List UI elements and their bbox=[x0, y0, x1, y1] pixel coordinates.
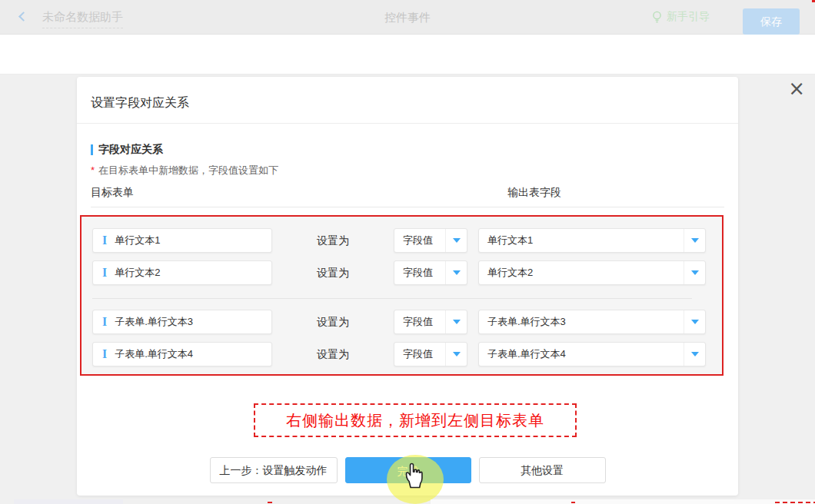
target-field: I 子表单.单行文本4 bbox=[92, 342, 272, 366]
lightbulb-icon bbox=[652, 11, 662, 24]
modal-header: 新增数据 - 常规模式 × bbox=[0, 35, 815, 75]
set-as-label: 设置为 bbox=[317, 260, 349, 285]
annotation-callout: 右侧输出数据，新增到左侧目标表单 bbox=[254, 403, 577, 437]
mapping-row: I 子表单.单行文本3 设置为 字段值 子表单.单行文本3 bbox=[92, 310, 707, 334]
single-line-text-icon: I bbox=[102, 348, 107, 360]
save-button[interactable]: 保存 bbox=[743, 8, 800, 35]
column-header-target-form: 目标表单 bbox=[91, 186, 134, 200]
section-label-text: 字段对应关系 bbox=[98, 143, 163, 157]
value-mode-select[interactable]: 字段值 bbox=[394, 228, 467, 253]
occluded-red-dash bbox=[812, 0, 815, 2]
panel-header: 设置字段对应关系 bbox=[91, 95, 189, 111]
target-field: I 子表单.单行文本3 bbox=[92, 310, 272, 334]
divider bbox=[91, 207, 724, 207]
value-mode-select[interactable]: 字段值 bbox=[394, 260, 467, 285]
value-mode-select[interactable]: 字段值 bbox=[394, 342, 467, 366]
set-as-label: 设置为 bbox=[317, 310, 349, 334]
chevron-down-icon[interactable] bbox=[684, 229, 705, 252]
set-as-label: 设置为 bbox=[317, 228, 349, 253]
mapping-row: I 单行文本2 设置为 字段值 单行文本2 bbox=[92, 260, 707, 285]
target-field-label: 单行文本2 bbox=[115, 266, 160, 280]
single-line-text-icon: I bbox=[102, 267, 107, 279]
chevron-down-icon[interactable] bbox=[445, 261, 467, 284]
output-field-select[interactable]: 子表单.单行文本3 bbox=[478, 310, 706, 334]
set-as-label: 设置为 bbox=[317, 342, 349, 366]
chevron-down-icon[interactable] bbox=[445, 310, 467, 333]
occluded-content-fragment bbox=[431, 499, 815, 504]
target-field-label: 子表单.单行文本4 bbox=[115, 347, 193, 361]
output-field-select[interactable]: 单行文本2 bbox=[478, 260, 706, 285]
chevron-down-icon[interactable] bbox=[684, 343, 705, 366]
chevron-down-icon[interactable] bbox=[684, 310, 705, 333]
single-line-text-icon: I bbox=[102, 316, 107, 328]
target-field: I 单行文本1 bbox=[92, 228, 272, 253]
required-asterisk: * bbox=[91, 164, 95, 176]
finish-button[interactable]: 完成 bbox=[345, 457, 471, 483]
output-field-select[interactable]: 子表单.单行文本4 bbox=[478, 342, 706, 366]
chevron-down-icon[interactable] bbox=[445, 229, 467, 252]
value-mode-select[interactable]: 字段值 bbox=[394, 310, 467, 334]
target-field-label: 子表单.单行文本3 bbox=[115, 315, 193, 329]
section-accent-bar bbox=[91, 144, 93, 155]
target-field-label: 单行文本1 bbox=[115, 234, 160, 247]
hint-text: *在目标表单中新增数据，字段值设置如下 bbox=[91, 164, 278, 177]
other-settings-button[interactable]: 其他设置 bbox=[479, 457, 606, 483]
single-line-text-icon: I bbox=[102, 234, 107, 247]
occluded-content-fragment bbox=[14, 499, 123, 504]
chevron-down-icon[interactable] bbox=[684, 261, 705, 284]
column-header-output-fields: 输出表字段 bbox=[507, 186, 561, 200]
beginner-guide-link[interactable]: 新手引导 bbox=[652, 10, 710, 24]
mapping-row: I 子表单.单行文本4 设置为 字段值 子表单.单行文本4 bbox=[92, 342, 707, 366]
previous-step-button[interactable]: 上一步：设置触发动作 bbox=[210, 457, 338, 483]
mapping-row: I 单行文本1 设置为 字段值 单行文本1 bbox=[92, 228, 707, 253]
group-divider bbox=[92, 298, 692, 299]
close-icon[interactable]: × bbox=[788, 77, 805, 100]
chevron-down-icon[interactable] bbox=[445, 343, 467, 366]
target-field: I 单行文本2 bbox=[92, 260, 272, 285]
top-app-bar: 未命名数据助手 控件事件 新手引导 保存 bbox=[0, 0, 815, 35]
occluded-red-dash bbox=[268, 502, 272, 503]
section-label: 字段对应关系 bbox=[91, 143, 163, 157]
divider bbox=[77, 123, 738, 124]
footer-buttons: 上一步：设置触发动作 完成 其他设置 bbox=[77, 457, 738, 483]
guide-label: 新手引导 bbox=[667, 10, 710, 24]
mapping-rows-container: I 单行文本1 设置为 字段值 单行文本1 I 单行文本2 设置为 字段值 bbox=[80, 215, 724, 376]
occluded-red-dash bbox=[775, 502, 815, 503]
occluded-red-dash bbox=[571, 502, 575, 503]
field-mapping-panel: 设置字段对应关系 字段对应关系 *在目标表单中新增数据，字段值设置如下 目标表单… bbox=[77, 77, 738, 496]
output-field-select[interactable]: 单行文本1 bbox=[478, 228, 706, 253]
